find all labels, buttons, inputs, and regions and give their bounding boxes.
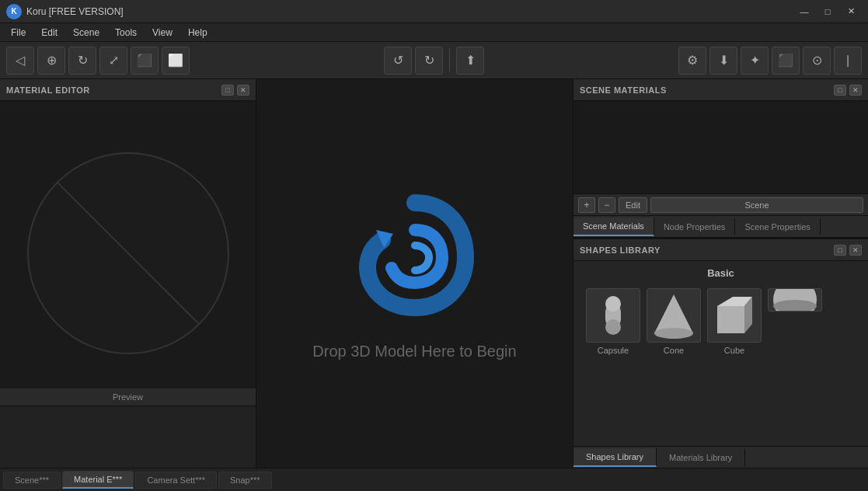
shape-item-cone[interactable]: Cone [647,288,701,440]
scene-materials-tabs: Scene Materials Node Properties Scene Pr… [573,216,868,238]
add-material-btn[interactable]: + [578,197,595,213]
remove-material-btn[interactable]: − [598,197,615,213]
statusbar: Scene*** Material E*** Camera Sett*** Sn… [0,468,868,491]
shape-name-cube: Cube [724,346,744,355]
main-area: MATERIAL EDITOR □ ✕ Preview [0,79,868,468]
statusbar-tab-scene[interactable]: Scene*** [3,472,61,489]
shape-thumb-cone [647,288,701,343]
scene-materials-toolbar: + − Edit Scene [573,194,868,216]
statusbar-tab-snap[interactable]: Snap*** [218,472,272,489]
material-preview-area: Preview [0,101,256,406]
shape-thumb-capsule [586,288,640,343]
view-mode-btn[interactable]: ⬜ [162,47,190,75]
menu-item-tools[interactable]: Tools [107,25,145,40]
tab-materials-library[interactable]: Materials Library [657,449,745,466]
undo-btn[interactable]: ↺ [384,47,412,75]
svg-point-2 [605,296,621,312]
material-preview-label: Preview [0,388,256,406]
material-editor-panel: MATERIAL EDITOR □ ✕ Preview [0,79,256,468]
render-settings-btn[interactable]: ⚙ [678,47,706,75]
shape-item-capsule[interactable]: Capsule [586,288,640,440]
menu-item-file[interactable]: File [3,25,33,40]
shapes-library-title: SHAPES LIBRARY [580,246,661,255]
scene-materials-maximize-btn[interactable]: □ [834,85,846,96]
menu-item-view[interactable]: View [145,25,180,40]
brush-btn[interactable]: | [834,47,862,75]
statusbar-tab-material[interactable]: Material E*** [62,471,134,489]
menu-item-scene[interactable]: Scene [65,25,107,40]
shape-name-cone: Cone [664,346,684,355]
material-editor-controls: □ ✕ [221,85,249,96]
statusbar-tab-camera[interactable]: Camera Sett*** [135,472,217,489]
move-tool-btn[interactable]: ⊕ [37,47,65,75]
material-editor-title: MATERIAL EDITOR [6,85,90,95]
lights-btn[interactable]: ✦ [741,47,769,75]
material-preview-circle [27,152,229,354]
postfx-btn[interactable]: ⊙ [803,47,831,75]
svg-marker-4 [654,294,693,333]
titlebar: K Koru [FREE VERSION] — □ ✕ [0,0,868,23]
window-controls: — □ ✕ [793,4,862,19]
export-btn[interactable]: ⬆ [456,47,484,75]
menubar: FileEditSceneToolsViewHelp [0,23,868,42]
tab-shapes-library[interactable]: Shapes Library [573,448,657,467]
shapes-library-maximize-btn[interactable]: □ [834,245,846,256]
shapes-library-controls: □ ✕ [834,245,862,256]
shape-name-capsule: Capsule [598,346,629,355]
menu-item-edit[interactable]: Edit [33,25,65,40]
shape-thumb-cube [707,288,762,343]
shapes-category-label: Basic [573,261,868,282]
select-tool-btn[interactable]: ◁ [6,47,34,75]
scene-materials-title: SCENE MATERIALS [580,85,667,95]
toolbar: ◁ ⊕ ↻ ⤢ ⬛ ⬜ ↺ ↻ ⬆ ⚙ ⬇ ✦ ⬛ ⊙ | [0,42,868,79]
svg-marker-6 [717,306,744,333]
scene-materials-close-btn[interactable]: ✕ [849,85,862,96]
shape-item-cube[interactable]: Cube [707,288,762,440]
tab-node-properties[interactable]: Node Properties [654,218,736,235]
viewport-drop-text: Drop 3D Model Here to Begin [312,343,516,360]
material-editor-header: MATERIAL EDITOR □ ✕ [0,79,256,101]
app-logo: K [6,4,22,19]
minimize-button[interactable]: — [793,4,815,19]
camera-orbit-btn[interactable]: ⬛ [131,47,159,75]
shapes-library-tabs: Shapes Library Materials Library [573,446,868,468]
shapes-library-panel: SHAPES LIBRARY □ ✕ Basic [573,238,868,468]
shapes-library-close-btn[interactable]: ✕ [849,245,862,256]
close-button[interactable]: ✕ [840,4,862,19]
scene-materials-header: SCENE MATERIALS □ ✕ [573,79,868,101]
app-title: Koru [FREE VERSION] [26,6,124,17]
viewport: Drop 3D Model Here to Begin [256,79,573,468]
scene-materials-controls: □ ✕ [834,85,862,96]
toolbar-sep-1 [449,49,450,72]
render-btn[interactable]: ⬇ [709,47,737,75]
shapes-library-header: SHAPES LIBRARY □ ✕ [573,239,868,261]
rotate-tool-btn[interactable]: ↻ [68,47,96,75]
redo-btn[interactable]: ↻ [415,47,443,75]
shape-item-partial-1[interactable] [768,288,822,312]
edit-material-btn[interactable]: Edit [619,197,647,213]
menu-item-help[interactable]: Help [180,25,215,40]
scene-materials-panel: SCENE MATERIALS □ ✕ + − Edit Scene Scene… [573,79,868,238]
viewport-logo [345,187,485,327]
maximize-button[interactable]: □ [817,4,838,19]
scene-materials-list [573,101,868,194]
scene-btn[interactable]: Scene [650,197,863,213]
material-editor-maximize-btn[interactable]: □ [221,85,234,96]
shape-thumb-partial-1 [768,288,822,312]
tab-scene-materials[interactable]: Scene Materials [573,218,654,236]
svg-point-10 [773,300,817,312]
shapes-grid: Capsule Cone [573,282,868,446]
material-editor-close-btn[interactable]: ✕ [237,85,249,96]
material-properties-area [0,406,256,468]
tab-scene-properties[interactable]: Scene Properties [735,218,820,235]
right-panel: SCENE MATERIALS □ ✕ + − Edit Scene Scene… [573,79,868,468]
scale-tool-btn[interactable]: ⤢ [99,47,127,75]
svg-point-5 [654,328,693,339]
svg-point-3 [605,319,621,335]
env-btn[interactable]: ⬛ [772,47,800,75]
